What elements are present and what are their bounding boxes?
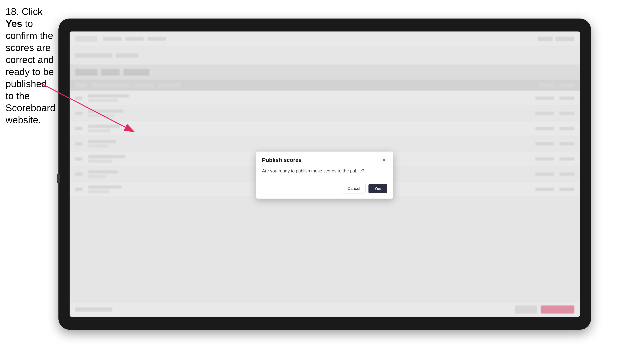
instruction-text: 18. Click Yes to confirm the scores are …	[6, 5, 58, 126]
tablet-side-button	[57, 174, 60, 183]
dialog-header: Publish scores ×	[256, 152, 393, 167]
dialog-body: Are you ready to publish these scores to…	[256, 167, 393, 180]
dialog-footer: Cancel Yes	[256, 180, 393, 198]
yes-button[interactable]: Yes	[368, 184, 388, 193]
cancel-button[interactable]: Cancel	[342, 184, 366, 193]
instruction-suffix: to confirm the scores are correct and re…	[6, 18, 56, 125]
dialog-message: Are you ready to publish these scores to…	[262, 168, 388, 174]
dialog-title: Publish scores	[262, 157, 302, 163]
step-number: 18.	[6, 6, 19, 17]
dialog-close-button[interactable]: ×	[381, 157, 388, 163]
publish-scores-dialog: Publish scores × Are you ready to publis…	[256, 152, 393, 198]
tablet-device: Publish scores × Are you ready to publis…	[58, 18, 591, 330]
yes-keyword: Yes	[6, 18, 22, 29]
tablet-screen: Publish scores × Are you ready to publis…	[70, 31, 580, 317]
instruction-prefix: Click	[22, 6, 43, 17]
